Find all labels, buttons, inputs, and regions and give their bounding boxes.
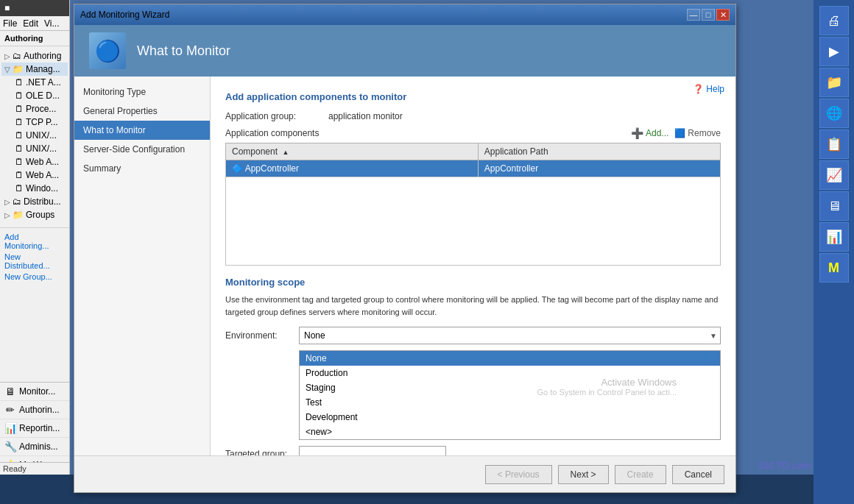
menu-edit[interactable]: Edit — [23, 18, 38, 29]
right-icon-1[interactable]: 🖨 — [819, 6, 849, 35]
tree-item-net[interactable]: 🗒 .NET A... — [1, 76, 68, 89]
right-panel: 🖨 ▶ 📁 🌐 📋 📈 🖥 📊 M — [814, 0, 854, 504]
left-tree: ▷ 🗂 Authoring ▽ 📁 Manag... 🗒 .NET A... 🗒… — [0, 46, 69, 224]
environment-select-wrapper: None Production Staging Test Development… — [299, 327, 721, 344]
scope-desc: Use the environment tag and targeted gro… — [225, 294, 721, 318]
close-button[interactable]: ✕ — [716, 9, 730, 21]
wizard-titlebar: Add Monitoring Wizard — □ ✕ — [74, 4, 735, 25]
environment-row: Environment: None Production Staging Tes… — [225, 327, 721, 344]
tree-item-manag[interactable]: ▽ 📁 Manag... — [1, 63, 68, 76]
component-actions: ➕ Add... 🟦 Remove — [631, 127, 721, 139]
tree-item-windo[interactable]: 🗒 Windo... — [1, 182, 68, 195]
targeted-group-row: Targeted group: — [225, 446, 721, 455]
wizard-nav: Monitoring Type General Properties What … — [74, 77, 211, 455]
right-icon-5[interactable]: 📋 — [819, 129, 849, 159]
action-links: Add Monitoring... New Distributed... New… — [0, 227, 69, 285]
dropdown-none[interactable]: None — [300, 351, 720, 366]
create-button[interactable]: Create — [615, 465, 666, 484]
titlebar-buttons: — □ ✕ — [687, 9, 730, 21]
right-icon-2[interactable]: ▶ — [819, 37, 849, 66]
table-row[interactable]: 🔷 AppController AppController — [226, 160, 721, 177]
add-button[interactable]: ➕ Add... — [631, 127, 668, 139]
cell-app-path: AppController — [478, 160, 720, 177]
nav-monitor[interactable]: 🖥 Monitor... — [0, 383, 69, 401]
targeted-group-label: Targeted group: — [225, 449, 299, 455]
previous-button[interactable]: < Previous — [485, 465, 552, 484]
right-icon-3[interactable]: 📁 — [819, 68, 849, 97]
wizard-footer: < Previous Next > Create Cancel — [74, 455, 735, 492]
tree-item-proce[interactable]: 🗒 Proce... — [1, 102, 68, 116]
menu-view[interactable]: Vi... — [44, 18, 59, 29]
tree-item-unix1[interactable]: 🗒 UNIX/... — [1, 129, 68, 142]
right-icon-4[interactable]: 🌐 — [819, 99, 849, 128]
help-text: Help — [706, 84, 724, 94]
dropdown-test[interactable]: Test — [300, 395, 720, 410]
right-icon-8[interactable]: 📊 — [819, 222, 849, 252]
nav-summary[interactable]: Summary — [74, 159, 210, 178]
remove-button[interactable]: 🟦 Remove — [674, 128, 721, 138]
sort-arrow: ▲ — [282, 149, 289, 156]
wizard-main-content: ❓ Help Add application components to mon… — [211, 77, 735, 455]
app-header: ■ — [0, 0, 69, 16]
minimize-button[interactable]: — — [687, 9, 700, 21]
cell-component: 🔷 AppController — [226, 160, 479, 177]
next-button[interactable]: Next > — [558, 465, 609, 484]
tree-item-tcp[interactable]: 🗒 TCP P... — [1, 116, 68, 129]
wizard-header-title: What to Monitor — [137, 43, 230, 59]
tree-item-groups[interactable]: ▷ 📁 Groups — [1, 208, 68, 221]
right-icon-6[interactable]: 📈 — [819, 160, 849, 190]
tree-item-ole[interactable]: 🗒 OLE D... — [1, 89, 68, 102]
authoring-title: Authoring — [0, 31, 69, 46]
tree-item-weba1[interactable]: 🗒 Web A... — [1, 155, 68, 168]
nav-general-properties[interactable]: General Properties — [74, 102, 210, 121]
component-icon: 🔷 — [232, 163, 243, 174]
maximize-button[interactable]: □ — [702, 9, 715, 21]
dropdown-staging[interactable]: Staging — [300, 380, 720, 395]
right-icon-7[interactable]: 🖥 — [819, 191, 849, 221]
targeted-group-input[interactable] — [299, 446, 446, 455]
app-group-row: Application group: application monitor — [225, 111, 721, 121]
app-menubar[interactable]: File Edit Vi... — [0, 16, 69, 31]
nav-authoring[interactable]: ✏ Authorin... — [0, 401, 69, 419]
status-bar: Ready — [0, 462, 70, 475]
wizard-icon-symbol: 🔵 — [95, 39, 121, 63]
dropdown-development[interactable]: Development — [300, 410, 720, 425]
wizard-window: Add Monitoring Wizard — □ ✕ 🔵 What to Mo… — [74, 4, 736, 493]
dropdown-production[interactable]: Production — [300, 366, 720, 380]
action-add-monitoring[interactable]: Add Monitoring... — [4, 233, 65, 250]
nav-what-to-monitor[interactable]: What to Monitor — [74, 121, 210, 140]
components-table: Component ▲ Application Path 🔷 AppContro… — [225, 143, 721, 266]
add-label: Add... — [646, 128, 668, 138]
action-new-distributed[interactable]: New Distributed... — [4, 252, 65, 270]
environment-dropdown-list: None Production Staging Test Development… — [299, 350, 721, 440]
help-link[interactable]: ❓ Help — [693, 84, 724, 94]
remove-icon: 🟦 — [674, 128, 685, 138]
nav-admin[interactable]: 🔧 Adminis... — [0, 438, 69, 456]
wizard-body: Monitoring Type General Properties What … — [74, 77, 735, 455]
components-header: Application components ➕ Add... 🟦 Remove — [225, 127, 721, 139]
tree-item-distrib[interactable]: ▷ 🗂 Distribu... — [1, 195, 68, 208]
right-icon-9[interactable]: M — [819, 253, 849, 283]
nav-server-side[interactable]: Server-Side Configuration — [74, 140, 210, 159]
tree-item-authoring[interactable]: ▷ 🗂 Authoring — [1, 49, 68, 63]
dropdown-new[interactable]: <new> — [300, 425, 720, 439]
section1-title: Add application components to monitor — [225, 91, 721, 102]
bottom-nav: 🖥 Monitor... ✏ Authorin... 📊 Reportin...… — [0, 382, 70, 475]
add-icon: ➕ — [631, 127, 643, 139]
nav-monitoring-type[interactable]: Monitoring Type — [74, 82, 210, 102]
tree-item-weba2[interactable]: 🗒 Web A... — [1, 168, 68, 182]
cancel-button[interactable]: Cancel — [672, 465, 724, 484]
environment-label: Environment: — [225, 330, 299, 341]
col-component: Component ▲ — [226, 143, 479, 160]
action-new-group[interactable]: New Group... — [4, 272, 65, 281]
help-icon: ❓ — [693, 84, 704, 94]
app-icon: ■ — [4, 3, 10, 13]
nav-reporting[interactable]: 📊 Reportin... — [0, 419, 69, 438]
tree-item-unix2[interactable]: 🗒 UNIX/... — [1, 142, 68, 155]
environment-select[interactable]: None Production Staging Test Development… — [299, 327, 721, 344]
scope-title: Monitoring scope — [225, 277, 721, 288]
col-app-path: Application Path — [478, 143, 720, 160]
menu-file[interactable]: File — [3, 18, 17, 29]
components-label: Application components — [225, 128, 319, 138]
wizard-title: Add Monitoring Wizard — [80, 10, 169, 20]
